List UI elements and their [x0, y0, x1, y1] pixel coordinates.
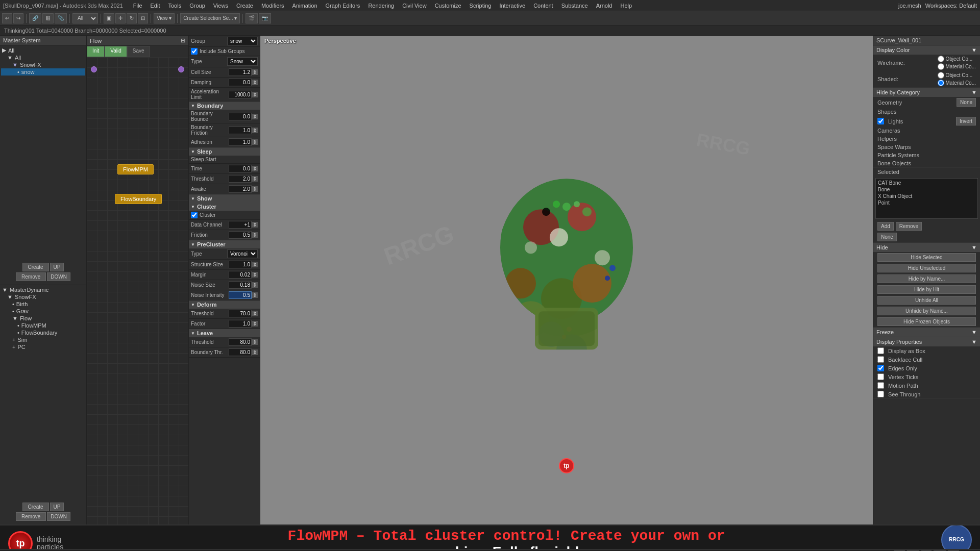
- prop-leave-section[interactable]: ▼ Leave: [189, 329, 260, 337]
- prop-cluster-section[interactable]: ▼ Cluster: [189, 203, 260, 211]
- tree-list-xchain[interactable]: X Chain Object: [877, 193, 976, 199]
- dynamic-remove-btn[interactable]: Remove: [16, 512, 46, 521]
- prop-bb-input[interactable]: [229, 113, 252, 120]
- flow-tab-init[interactable]: Init: [87, 46, 105, 57]
- prop-sleepthresh-spinner[interactable]: ⇕: [252, 176, 258, 182]
- prop-awake-input[interactable]: [229, 185, 252, 193]
- prop-adhesion-spinner[interactable]: ⇕: [252, 139, 258, 145]
- menu-content[interactable]: Content: [529, 2, 557, 10]
- prop-damping-spinner[interactable]: ⇕: [252, 80, 258, 85]
- prop-bf-spinner[interactable]: ⇕: [252, 128, 258, 133]
- prop-deformthresh-spinner[interactable]: ⇕: [252, 311, 258, 316]
- flow-node-boundary[interactable]: FlowBoundary: [115, 194, 162, 204]
- flow-dot-top-left[interactable]: [91, 66, 97, 72]
- prop-factor-input[interactable]: [229, 320, 252, 328]
- prop-include-checkbox[interactable]: [191, 48, 198, 55]
- hide-frozen-btn[interactable]: Hide Frozen Objects: [877, 317, 976, 326]
- prop-type-select[interactable]: Snow: [227, 57, 258, 66]
- prop-accel-input[interactable]: [229, 91, 252, 98]
- none-btn-2[interactable]: None: [877, 233, 897, 241]
- prop-noiseintensity-spinner[interactable]: ⇕: [252, 292, 258, 298]
- display-props-title[interactable]: Display Properties ▼: [873, 337, 980, 346]
- none-btn-1[interactable]: None: [957, 98, 976, 107]
- hide-by-name-btn[interactable]: Hide by Name...: [877, 274, 976, 283]
- prop-boundarythr-input[interactable]: [229, 348, 252, 356]
- menu-rendering[interactable]: Rendering: [364, 2, 398, 10]
- vertex-ticks-cb[interactable]: [877, 373, 884, 380]
- prop-cellsize-input[interactable]: [229, 68, 252, 76]
- dynamic-down-btn[interactable]: DOWN: [47, 512, 70, 521]
- prop-pctype-select[interactable]: Voronoi: [227, 249, 258, 258]
- prop-boundarythr-spinner[interactable]: ⇕: [252, 349, 258, 355]
- prop-noiseintensity-input[interactable]: [229, 291, 252, 299]
- menu-create[interactable]: Create: [232, 2, 257, 10]
- prop-deformthresh-input[interactable]: [229, 310, 252, 317]
- prop-sleeptime-input[interactable]: [229, 165, 252, 172]
- prop-sleepthresh-input[interactable]: [229, 175, 252, 183]
- bind-btn[interactable]: 📎: [55, 13, 67, 23]
- invert-btn[interactable]: Invert: [956, 117, 976, 126]
- prop-damping-input[interactable]: [229, 79, 252, 86]
- remove-btn[interactable]: Remove: [896, 222, 922, 231]
- filter-dropdown[interactable]: All: [72, 13, 98, 23]
- flow-tab-valid[interactable]: Valid: [105, 46, 127, 57]
- menu-interactive[interactable]: Interactive: [495, 2, 529, 10]
- master-remove-btn[interactable]: Remove: [16, 272, 46, 281]
- rotate-btn[interactable]: ↻: [127, 13, 137, 23]
- add-btn[interactable]: Add: [877, 222, 894, 231]
- tree-list-catbone[interactable]: CAT Bone: [877, 180, 976, 186]
- master-up-btn[interactable]: UP: [50, 263, 64, 271]
- tree-item-md-flowmpm[interactable]: • FlowMPM: [1, 322, 85, 329]
- menu-graph-editors[interactable]: Graph Editors: [322, 2, 364, 10]
- shaded-obj-option[interactable]: Object Co...: [938, 72, 976, 79]
- prop-bb-spinner[interactable]: ⇕: [252, 114, 258, 119]
- wireframe-mat-radio[interactable]: [938, 63, 944, 70]
- prop-friction-input[interactable]: [229, 231, 252, 239]
- prop-adhesion-input[interactable]: [229, 138, 252, 146]
- prop-sleep-section[interactable]: ▼ Sleep: [189, 147, 260, 156]
- menu-modifiers[interactable]: Modifiers: [257, 2, 288, 10]
- tree-item-md-pc[interactable]: + PC: [1, 343, 85, 350]
- view-dropdown[interactable]: View ▾: [154, 13, 175, 23]
- prop-cluster-checkbox[interactable]: [191, 212, 198, 218]
- prop-noisesize-spinner[interactable]: ⇕: [252, 282, 258, 288]
- shaded-mat-option[interactable]: Material Co...: [938, 80, 976, 86]
- prop-boundary-section[interactable]: ▼ Boundary: [189, 102, 260, 110]
- wireframe-mat-option[interactable]: Material Co...: [938, 63, 976, 70]
- backface-cull-cb[interactable]: [877, 356, 884, 363]
- prop-precluster-section[interactable]: ▼ PreCluster: [189, 240, 260, 248]
- prop-leavethresh-spinner[interactable]: ⇕: [252, 339, 258, 345]
- hide-by-category-title[interactable]: Hide by Category ▼: [873, 88, 980, 97]
- menu-help[interactable]: Help: [616, 2, 636, 10]
- dynamic-up-btn[interactable]: UP: [50, 503, 64, 511]
- undo-btn[interactable]: ↩: [2, 13, 12, 23]
- tree-item-md-sim[interactable]: + Sim: [1, 336, 85, 343]
- flow-node-mpm[interactable]: FlowMPM: [117, 164, 154, 174]
- wireframe-obj-radio[interactable]: [938, 56, 944, 62]
- menu-views[interactable]: Views: [209, 2, 232, 10]
- tree-item-all[interactable]: ▼ All: [1, 54, 85, 61]
- unlink-btn[interactable]: ⛓: [42, 13, 54, 23]
- prop-datachannel-spinner[interactable]: ⇕: [252, 222, 258, 228]
- menu-substance[interactable]: Substance: [557, 2, 592, 10]
- tree-item-md-grav[interactable]: • Grav: [1, 308, 85, 315]
- prop-structsize-input[interactable]: [229, 261, 252, 268]
- prop-cellsize-spinner[interactable]: ⇕: [252, 69, 258, 75]
- motion-path-cb[interactable]: [877, 382, 884, 389]
- menu-animation[interactable]: Animation: [288, 2, 322, 10]
- prop-deform-section[interactable]: ▼ Deform: [189, 300, 260, 309]
- display-color-title[interactable]: Display Color ▼: [873, 45, 980, 55]
- menu-file[interactable]: File: [129, 2, 146, 10]
- move-btn[interactable]: ✛: [115, 13, 126, 23]
- menu-edit[interactable]: Edit: [146, 2, 164, 10]
- edges-only-cb[interactable]: [877, 365, 884, 371]
- lights-checkbox[interactable]: [877, 118, 884, 124]
- unhide-by-name-btn[interactable]: Unhide by Name...: [877, 307, 976, 315]
- hide-by-hit-btn[interactable]: Hide by Hit: [877, 285, 976, 294]
- prop-bf-input[interactable]: [229, 127, 252, 134]
- menu-customize[interactable]: Customize: [431, 2, 465, 10]
- tree-list-point[interactable]: Point: [877, 199, 976, 206]
- prop-leavethresh-input[interactable]: [229, 338, 252, 346]
- dynamic-create-btn[interactable]: Create: [22, 503, 49, 511]
- tree-item-snowfx[interactable]: ▼ SnowFX: [1, 61, 85, 68]
